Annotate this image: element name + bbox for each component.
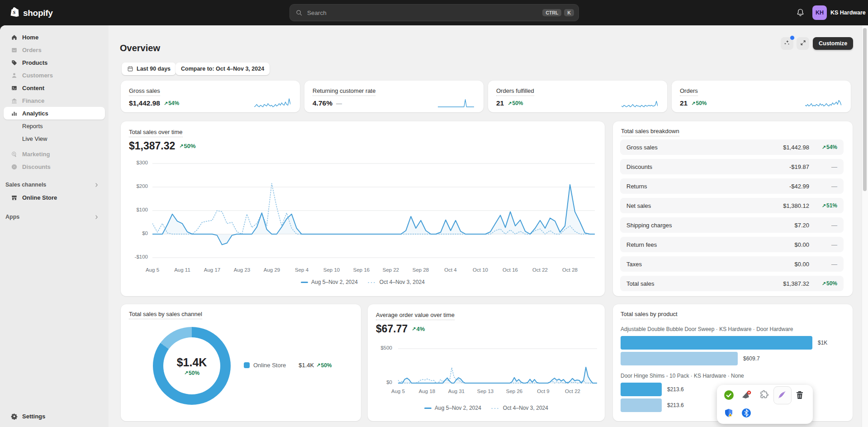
sidebar-section-sales-channels[interactable]: Sales channels	[0, 178, 105, 191]
breakdown-label: Gross sales	[626, 144, 783, 151]
notifications-button[interactable]	[794, 7, 806, 19]
bell-icon	[796, 8, 805, 19]
metric-label[interactable]: Returning customer rate	[313, 87, 375, 96]
y-axis-label: -$100	[127, 254, 148, 259]
search-input[interactable]	[306, 9, 540, 17]
section-label: Sales channels	[5, 182, 46, 188]
date-range-button[interactable]: Last 90 days	[122, 62, 176, 75]
customers-icon	[11, 72, 18, 79]
sparkle-icon	[783, 39, 791, 48]
sidebar-item-products[interactable]: Products	[4, 56, 105, 69]
breakdown-row-discounts: Discounts-$19.87—	[620, 159, 844, 174]
breakdown-label: Total sales	[626, 280, 783, 287]
calendar-icon	[127, 66, 133, 72]
x-axis-label: Oct 10	[473, 267, 488, 273]
global-search[interactable]: CTRL K	[289, 4, 579, 21]
breakdown-label: Returns	[626, 183, 789, 190]
content-icon	[11, 85, 18, 91]
x-axis-label: Sep 10	[323, 267, 340, 273]
legend-current-label: Aug 5–Nov 2, 2024	[435, 405, 481, 411]
sidebar-item-reports[interactable]: Reports	[4, 120, 105, 132]
sidebar-item-home[interactable]: Home	[4, 31, 105, 43]
aov-delta: ↗4%	[412, 326, 425, 332]
product-bar-current	[621, 383, 662, 396]
chevron-right-icon[interactable]	[94, 182, 100, 188]
metric-card-gross-sales: Gross sales$1,442.98↗54%	[121, 81, 300, 112]
chart-legend: Aug 5–Nov 2, 2024 ···Oct 4–Nov 3, 2024	[121, 279, 605, 285]
legend-comparison-label: Oct 4–Nov 3, 2024	[379, 279, 425, 285]
account-menu[interactable]: KH KS Hardware	[812, 5, 866, 20]
products-icon	[11, 59, 18, 66]
bar-value-label: $1K	[818, 340, 827, 346]
breakdown-value: $1,442.98	[783, 144, 809, 151]
y-axis-label: $200	[127, 183, 148, 189]
sales-by-product-title[interactable]: Total sales by product	[621, 311, 678, 319]
sidebar-item-settings[interactable]: Settings	[4, 410, 105, 422]
x-axis-label: Aug 17	[204, 267, 220, 273]
comparison-period-swatch: ···	[491, 408, 500, 409]
x-axis-label: Sep 22	[383, 267, 399, 273]
customize-button[interactable]: Customize	[813, 37, 853, 50]
metric-value: 21	[496, 99, 504, 107]
breakdown-value: $7.20	[794, 222, 809, 229]
bluetooth-icon[interactable]	[741, 408, 752, 418]
y-axis-label: $0	[127, 230, 148, 236]
average-order-value-card: Average order value over time $67.77 ↗4%…	[368, 304, 605, 421]
shield-warning-icon[interactable]	[723, 408, 734, 418]
breakdown-title[interactable]: Total sales breakdown	[621, 128, 679, 136]
sidebar-item-analytics[interactable]: Analytics	[4, 107, 105, 120]
trash-icon[interactable]	[794, 389, 805, 400]
product-bar-row: $609.7	[621, 352, 846, 365]
breakdown-row-total-sales: Total sales$1,387.32↗50%	[620, 276, 844, 291]
sidebar-nav: HomeOrdersProductsCustomersContentFinanc…	[0, 25, 109, 427]
y-axis-label: $100	[127, 207, 148, 212]
online-store-label: Online Store	[253, 362, 286, 369]
feather-highlighter-icon[interactable]	[777, 389, 787, 400]
sidebar-item-online-store[interactable]: Online Store	[4, 191, 105, 204]
metric-label[interactable]: Orders	[680, 87, 698, 96]
current-period-swatch	[424, 408, 432, 409]
no-change-dash: —	[336, 100, 342, 107]
bar-value-label: $213.6	[667, 402, 684, 408]
shopify-logo[interactable]: S shopify	[9, 6, 52, 19]
fullscreen-button[interactable]	[797, 37, 809, 50]
notification-dot	[790, 35, 795, 40]
sidebar-item-content[interactable]: Content	[4, 82, 105, 94]
aov-title[interactable]: Average order value over time	[376, 312, 455, 320]
sidebar-item-marketing: Marketing	[4, 148, 105, 160]
sidebar-item-live-view[interactable]: Live View	[4, 132, 105, 145]
chevron-right-icon[interactable]	[94, 214, 100, 220]
metric-card-orders-fulfilled: Orders fulfilled21↗50%	[488, 81, 667, 112]
metric-label[interactable]: Gross sales	[129, 87, 160, 96]
magic-assistant-button[interactable]	[781, 37, 793, 50]
compare-to-button[interactable]: Compare to: Oct 4–Nov 3, 2024	[175, 62, 270, 75]
trend-up-icon: ↗	[822, 281, 826, 287]
metric-sparkline	[438, 98, 474, 107]
legend-comparison-label: Oct 4–Nov 3, 2024	[503, 405, 548, 411]
bar-value-label: $609.7	[743, 355, 760, 362]
total-sales-over-time-title[interactable]: Total sales over time	[129, 129, 183, 137]
trend-up-icon: ↗	[508, 101, 512, 106]
metric-value: 4.76%	[313, 99, 332, 107]
product-bar-current	[621, 336, 812, 350]
approved-check-icon[interactable]	[723, 389, 734, 400]
error-triangle-icon[interactable]	[741, 389, 752, 400]
sidebar-item-label: Orders	[22, 47, 42, 53]
x-axis-label: Aug 5	[391, 389, 405, 394]
channel-legend: Online Store $1.4K ↗50%	[244, 362, 332, 369]
metric-label[interactable]: Orders fulfilled	[496, 87, 534, 96]
comparison-period-swatch: ···	[368, 282, 376, 283]
online-store-swatch	[244, 362, 250, 368]
breakdown-value: $0.00	[794, 241, 809, 248]
x-axis-label: Sep 4	[295, 267, 308, 273]
puzzle-icon[interactable]	[759, 389, 769, 400]
trend-up-icon: ↗	[164, 101, 168, 106]
page-scrollbar-thumb[interactable]	[863, 28, 867, 191]
delta-badge: ↗50%	[508, 100, 523, 106]
no-change-dash: —	[831, 261, 837, 268]
sales-by-channel-title[interactable]: Total sales by sales channel	[129, 311, 202, 319]
trend-up-icon: ↗	[822, 144, 826, 150]
trend-up-icon: ↗	[822, 203, 826, 209]
sidebar-section-apps[interactable]: Apps	[0, 211, 105, 223]
breakdown-value: $1,380.12	[783, 202, 809, 209]
